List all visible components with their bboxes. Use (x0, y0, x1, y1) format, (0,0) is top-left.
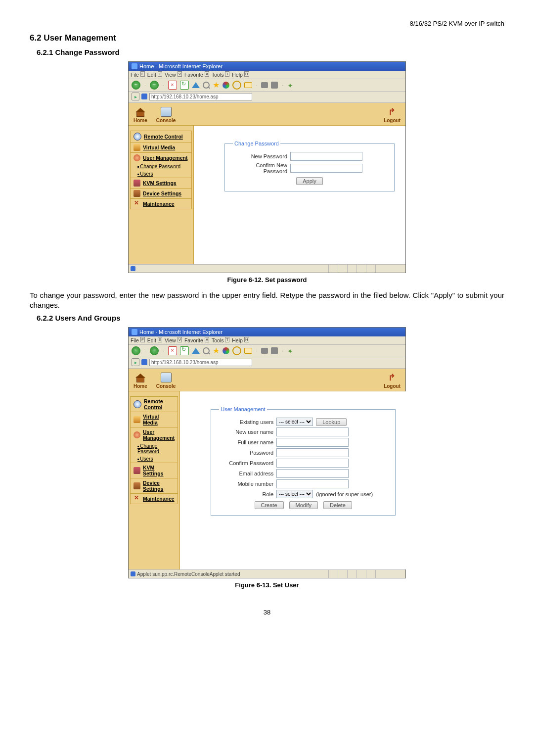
input-email[interactable] (276, 469, 349, 478)
ie-toolbar[interactable]: · · × ★ · · (129, 79, 405, 92)
nav-home[interactable]: Home (134, 108, 147, 123)
input-full-user-name[interactable] (276, 438, 349, 447)
input-mobile[interactable] (276, 479, 349, 488)
label-confirm-password-2: Confirm Password (219, 460, 273, 466)
user-management-panel: User Management Existing users --- selec… (211, 406, 396, 516)
address-bar-2[interactable]: ▸ http://192.168.10.23/home.asp (129, 357, 405, 369)
change-password-panel: Change Password New Password Confirm New… (224, 141, 395, 191)
input-confirm-password-2[interactable] (276, 459, 349, 468)
figure-caption-2: Figure 6-13. Set User (30, 581, 504, 589)
nav-logout[interactable]: Logout (384, 374, 400, 389)
print-icon[interactable] (261, 348, 268, 354)
sidebar-device-settings[interactable]: Device Settings (130, 478, 178, 493)
ie-menu-bar[interactable]: FileF EditE ViewV FavoriteA ToolsT HelpH (129, 71, 405, 79)
go-icon[interactable]: ▸ (132, 93, 139, 100)
nav-home[interactable]: Home (134, 374, 147, 389)
ie-logo-icon (132, 329, 137, 335)
select-role[interactable]: --- select --- (276, 490, 313, 498)
search-icon[interactable] (203, 82, 210, 89)
sidebar-remote-control[interactable]: Remote Control (130, 131, 192, 142)
home-icon[interactable] (192, 82, 200, 88)
search-icon[interactable] (203, 347, 210, 354)
panel-legend: Change Password (233, 141, 280, 146)
history-icon[interactable] (232, 81, 241, 90)
address-bar[interactable]: ▸ http://192.168.10.23/home.asp (129, 92, 405, 103)
edit-icon[interactable] (271, 347, 278, 354)
user-mgmt-icon (134, 154, 140, 161)
sidebar-remote-control[interactable]: Remote Control (130, 396, 178, 412)
sidebar-kvm-settings[interactable]: KVM Settings (130, 463, 178, 478)
mail-icon[interactable] (244, 82, 252, 88)
sidebar-device-settings[interactable]: Device Settings (130, 188, 192, 198)
favorites-icon[interactable]: ★ (213, 347, 220, 354)
label-full-user-name: Full user name (219, 439, 273, 445)
input-password[interactable] (276, 448, 349, 457)
virtual-media-icon (134, 144, 140, 151)
apply-button[interactable]: Apply (296, 177, 323, 185)
stop-icon[interactable]: × (168, 81, 177, 90)
select-existing-users[interactable]: --- select --- (276, 418, 313, 426)
ie-logo-icon (132, 63, 137, 69)
input-new-user-name[interactable] (276, 427, 349, 436)
mail-icon[interactable] (244, 348, 252, 354)
url-field[interactable]: http://192.168.10.23/home.asp (149, 93, 252, 100)
figure-set-user: Home - Microsoft Internet Explorer FileF… (128, 327, 406, 578)
figure-caption-1: Figure 6-12. Set password (30, 276, 504, 284)
refresh-icon[interactable] (180, 81, 189, 90)
panel-legend: User Management (219, 406, 267, 412)
go-icon[interactable]: ▸ (132, 358, 139, 366)
heading-change-password: 6.2.1 Change Password (37, 48, 504, 56)
sidebar-sub-users[interactable]: Users (130, 455, 178, 463)
lookup-button[interactable]: Lookup (316, 418, 347, 426)
sidebar-sub-change-password[interactable]: Change Password (130, 442, 178, 455)
sidebar-kvm-settings[interactable]: KVM Settings (130, 178, 192, 188)
forward-icon[interactable] (150, 346, 159, 355)
messenger-icon[interactable] (287, 347, 294, 354)
forward-icon[interactable] (150, 81, 159, 90)
nav-console[interactable]: Console (156, 107, 176, 123)
sidebar-virtual-media[interactable]: Virtual Media (130, 412, 178, 427)
label-new-user-name: New user name (219, 429, 273, 435)
paragraph-change-password: To change your password, enter the new p… (30, 290, 504, 310)
edit-icon[interactable] (271, 82, 278, 89)
console-nav-icon (161, 107, 172, 117)
nav-logout[interactable]: Logout (384, 108, 400, 123)
home-icon[interactable] (192, 348, 200, 354)
sidebar-maintenance[interactable]: Maintenance (130, 198, 192, 209)
window-title: Home - Microsoft Internet Explorer (139, 329, 222, 335)
messenger-icon[interactable] (287, 82, 294, 89)
maintenance-icon (134, 495, 140, 502)
media-icon[interactable] (222, 82, 229, 89)
app-top-nav-2: Home Console Logout (129, 369, 405, 391)
print-icon[interactable] (261, 82, 268, 88)
refresh-icon[interactable] (180, 346, 189, 355)
back-icon[interactable] (132, 346, 140, 355)
history-icon[interactable] (232, 346, 241, 355)
input-confirm-password[interactable] (290, 164, 362, 173)
status-text: Applet sun.pp.rc.RemoteConsoleApplet sta… (137, 571, 240, 577)
sidebar-sub-change-password[interactable]: Change Password (130, 163, 192, 170)
label-new-password: New Password (233, 153, 287, 159)
sidebar-sub-users[interactable]: Users (130, 170, 192, 178)
label-confirm-password: Confirm New Password (233, 162, 287, 174)
ie-title-bar: Home - Microsoft Internet Explorer (129, 62, 405, 71)
media-icon[interactable] (222, 347, 229, 354)
back-icon[interactable] (132, 81, 140, 90)
sidebar-virtual-media[interactable]: Virtual Media (130, 142, 192, 152)
url-field[interactable]: http://192.168.10.23/home.asp (149, 359, 252, 366)
page-number: 38 (30, 609, 504, 616)
delete-button[interactable]: Delete (323, 501, 352, 509)
ie-menu-bar-2[interactable]: FileF EditE ViewV FavoriteA ToolsT HelpH (129, 336, 405, 345)
nav-console[interactable]: Console (156, 373, 176, 389)
input-new-password[interactable] (290, 152, 362, 161)
favorites-icon[interactable]: ★ (213, 82, 220, 89)
sidebar-user-management[interactable]: User Management (130, 427, 178, 442)
ie-page-icon (141, 94, 147, 99)
modify-button[interactable]: Modify (289, 501, 318, 509)
sidebar-user-management[interactable]: User Management (130, 152, 192, 163)
label-role: Role (219, 491, 273, 497)
sidebar-maintenance[interactable]: Maintenance (130, 493, 178, 504)
ie-toolbar-2[interactable]: · · × ★ · · (129, 345, 405, 357)
stop-icon[interactable]: × (168, 346, 177, 355)
create-button[interactable]: Create (255, 501, 284, 509)
